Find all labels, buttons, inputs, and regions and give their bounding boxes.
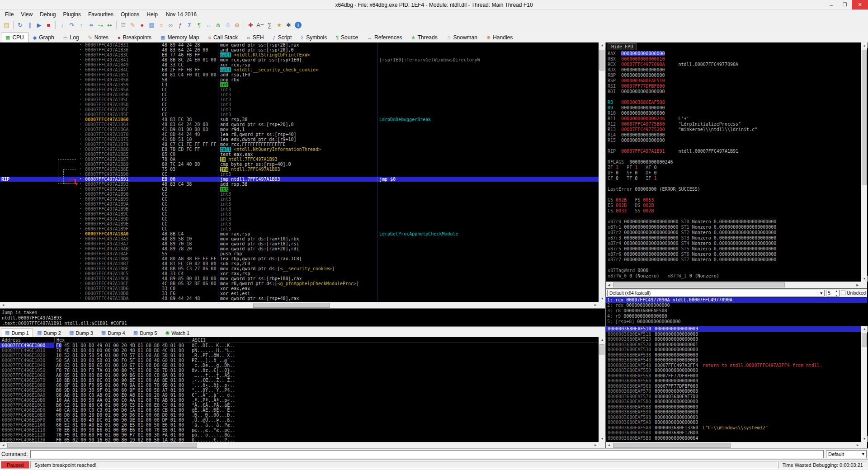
- stack-row[interactable]: 0000003680EAF5B00000003680F12BD0: [606, 430, 861, 436]
- maximize-button[interactable]: ❐: [838, 0, 852, 9]
- disasm-row[interactable]: •00007FFC497A1BB748 81 EC C0 02 00 00sub…: [0, 261, 599, 266]
- scroll-up-icon[interactable]: ▲: [861, 326, 868, 332]
- register-row[interactable]: RIP 00007FFC497A1B91 ntdll.00007FFC497A1…: [608, 149, 859, 154]
- stack-row[interactable]: 0000003680EAF5700000000000000000: [606, 389, 861, 394]
- tab-watch-1[interactable]: ◉Watch 1: [161, 329, 194, 337]
- register-row[interactable]: [608, 192, 859, 197]
- disasm-row[interactable]: •00007FFC497A1BDA48 89 44 24 48mov qword…: [0, 296, 599, 301]
- register-row[interactable]: RSI 00007FF77DFBF000: [608, 84, 859, 89]
- settings-icon[interactable]: ✱: [284, 20, 293, 30]
- breakpoint-dot[interactable]: •: [77, 296, 84, 301]
- register-row[interactable]: LastError 00000000 (ERROR_SUCCESS): [608, 187, 859, 192]
- tab-dump-3[interactable]: ▦Dump 3: [65, 329, 97, 337]
- tab-symbols[interactable]: ΣSymbols: [296, 33, 331, 42]
- disasm-row[interactable]: •00007FFC497A1B5ACCint3: [0, 87, 599, 92]
- disasm-row[interactable]: •00007FFC497A1B5CCCint3: [0, 97, 599, 102]
- close-button[interactable]: ✕: [852, 0, 868, 9]
- scroll-left-icon[interactable]: ◀: [606, 282, 612, 288]
- register-row[interactable]: [608, 214, 859, 219]
- register-row[interactable]: x87TagWord 0000: [608, 268, 859, 273]
- disasm-row[interactable]: •00007FFC497A1B90CCint3: [0, 172, 599, 177]
- scroll-up-icon[interactable]: ▲: [861, 42, 868, 48]
- fastcall-arg-row[interactable]: 2: rdx 0000000000000000: [606, 303, 867, 308]
- dump-row[interactable]: 00007FFC496E101070 4E 01 00 00 00 00 00 …: [0, 348, 599, 353]
- registers-vertical-scrollbar[interactable]: ▲ ▼: [861, 42, 867, 282]
- breakpoint-dot[interactable]: •: [77, 112, 84, 117]
- disasm-row[interactable]: •00007FFC497A1B3CE8 77 46 FB FFcall <ntd…: [0, 52, 599, 57]
- stack-vertical-scrollbar[interactable]: ▲ ▼: [861, 326, 867, 442]
- disasm-row[interactable]: •00007FFC497A1B8E75 03jne ntdll.7FFC497A…: [0, 167, 599, 172]
- stack-row[interactable]: 0000003680EAF5B80000000000000064: [606, 436, 861, 441]
- breakpoint-dot[interactable]: •: [77, 291, 84, 296]
- breakpoint-dot[interactable]: •: [77, 281, 84, 286]
- register-row[interactable]: x87r6 00000000000000000000 ST6 Nonzero 0…: [608, 252, 859, 257]
- unlocked-checkbox[interactable]: [841, 291, 845, 295]
- assemble-icon[interactable]: A=: [255, 20, 265, 30]
- breakpoint-dot[interactable]: •: [77, 256, 84, 261]
- register-row[interactable]: x87r0 00000000000000000000 ST0 Nonzero 0…: [608, 219, 859, 225]
- registers-horizontal-scrollbar[interactable]: ◀ ▶: [606, 282, 861, 288]
- breakpoint-dot[interactable]: •: [77, 271, 84, 276]
- disasm-row[interactable]: •00007FFC497A1B7541 8D 51 10lea edx,dwor…: [0, 137, 599, 142]
- scroll-down-icon[interactable]: ▼: [861, 436, 868, 442]
- register-row[interactable]: x87r1 00000000000000000000 ST1 Nonzero 0…: [608, 225, 859, 230]
- close-debuggee-icon[interactable]: ■: [44, 20, 53, 30]
- step-out-icon[interactable]: ↑: [76, 20, 86, 30]
- register-row[interactable]: [608, 154, 859, 160]
- breakpoint-dot[interactable]: •: [77, 92, 84, 97]
- breakpoint-dot[interactable]: •: [77, 202, 84, 207]
- dump-row[interactable]: 00007FFC496E111070 E6 01 00 90 E6 01 00 …: [0, 428, 599, 432]
- disasm-vertical-scrollbar[interactable]: ▲ ▼: [599, 42, 605, 302]
- register-row[interactable]: R14 0000000000000000: [608, 132, 859, 138]
- dump-row[interactable]: 00007FFC496E1000F0 45 01 00 D0 49 01 00 …: [0, 343, 599, 348]
- breakpoint-dot[interactable]: •: [77, 62, 84, 67]
- arg-count-stepper[interactable]: 5 ▲▼: [826, 290, 840, 296]
- tab-call-stack[interactable]: ≡Call Stack: [204, 33, 242, 42]
- tab-graph[interactable]: ◆Graph: [28, 33, 59, 42]
- run-icon[interactable]: ▶: [34, 20, 44, 30]
- stack-row[interactable]: 0000003680EAF5180000000000000000: [606, 332, 861, 337]
- breakpoint-dot[interactable]: •: [77, 142, 84, 147]
- register-row[interactable]: R9 0000000000000000: [608, 105, 859, 111]
- breakpoint-dot[interactable]: •: [77, 72, 84, 77]
- breakpoint-dot[interactable]: •: [77, 241, 84, 246]
- disasm-row[interactable]: •00007FFC497A1B80E8 7B ED FC FFcall <ntd…: [0, 147, 599, 152]
- disasm-row[interactable]: •00007FFC497A1BA748 89 70 18mov qword pt…: [0, 241, 599, 246]
- stack-row[interactable]: 0000003680EAF5A80000003680F13360L"C:\\Wi…: [606, 425, 861, 431]
- dump-row[interactable]: 00007FFC496E103050 5A 01 00 00 5D 01 00 …: [0, 358, 599, 363]
- stack-row[interactable]: 0000003680EAF5800000000000000000: [606, 399, 861, 404]
- disasm-row[interactable]: •00007FFC497A1BB048 8D A8 38 FF FF FFlea…: [0, 256, 599, 261]
- tab-breakpoints[interactable]: ●Breakpoints: [113, 33, 156, 42]
- register-row[interactable]: RBX 0000000000000010: [608, 56, 859, 62]
- tab-script[interactable]: ƒScript: [269, 33, 297, 42]
- register-row[interactable]: RAX 0000000000000000: [608, 51, 859, 56]
- tab-notes[interactable]: ✎Notes: [83, 33, 113, 42]
- register-row[interactable]: RDI 0000000000000000: [608, 89, 859, 94]
- breakpoint-dot[interactable]: •: [77, 192, 84, 197]
- stack-row[interactable]: 0000003680EAF5380000000000000000: [606, 352, 861, 358]
- disasm-row[interactable]: •00007FFC497A1B8778 0Ajs ntdll.7FFC497A1…: [0, 157, 599, 162]
- symbols-icon[interactable]: Σ: [185, 20, 194, 30]
- disasm-row[interactable]: •00007FFC497A1B3148 89 44 24 28mov qword…: [0, 42, 599, 47]
- breakpoint-dot[interactable]: •: [77, 137, 84, 142]
- stack-row[interactable]: 0000003680EAF5400000000000000000: [606, 357, 861, 363]
- tab-references[interactable]: ↔References: [363, 33, 406, 42]
- tab-memory-map[interactable]: ▦Memory Map: [156, 33, 203, 42]
- tab-dump-4[interactable]: ▦Dump 4: [97, 329, 129, 337]
- tab-log[interactable]: ☰Log: [59, 33, 84, 42]
- memory-map-icon[interactable]: ▦: [147, 20, 156, 30]
- register-row[interactable]: RCX 00007FFC4977090A ntdll.00007FFC49770…: [608, 62, 859, 67]
- menu-plugins[interactable]: Plugins: [60, 10, 85, 19]
- register-row[interactable]: RFLAGS 0000000000000246: [608, 160, 859, 165]
- call-stack-icon[interactable]: ≡: [156, 20, 166, 30]
- disasm-row[interactable]: •00007FFC497A1B9FCCint3: [0, 226, 599, 231]
- disasm-row[interactable]: •00007FFC497A1BCF4C 8B 05 32 DF 06 00mov…: [0, 281, 599, 286]
- dump-row[interactable]: 00007FFC496E10D040 CA 01 00 C0 C9 01 00 …: [0, 408, 599, 413]
- dump-row[interactable]: 00007FFC496E112070 F5 01 00 60 F6 01 00 …: [0, 432, 599, 437]
- breakpoint-dot[interactable]: •: [77, 132, 84, 137]
- snowman-icon[interactable]: ☃: [223, 20, 232, 30]
- breakpoints-icon[interactable]: ●: [137, 20, 147, 30]
- breakpoint-dot[interactable]: •: [77, 147, 84, 152]
- disasm-row[interactable]: •00007FFC497A1B9DCCint3: [0, 216, 599, 221]
- breakpoint-dot[interactable]: •: [77, 187, 84, 192]
